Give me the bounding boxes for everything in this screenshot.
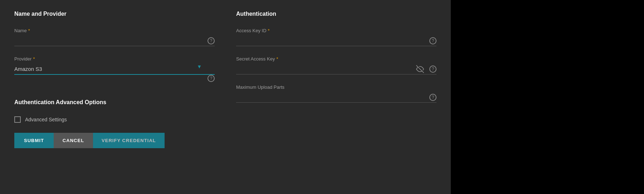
access-key-id-input-wrapper: ?: [236, 35, 436, 46]
provider-help-icon[interactable]: ?: [208, 75, 215, 82]
verify-credential-button[interactable]: VERIFY CREDENTIAL: [93, 133, 165, 148]
access-key-id-field-group: Access Key ID * ?: [236, 28, 436, 46]
max-upload-parts-field-group: Maximum Upload Parts ?: [236, 84, 436, 103]
secret-access-key-input-wrapper: ?: [236, 64, 436, 74]
provider-select[interactable]: Amazon S3 Azure Blob Google Cloud Storag…: [14, 64, 215, 75]
secret-access-key-input[interactable]: [236, 64, 436, 74]
max-upload-parts-help-icon[interactable]: ?: [429, 94, 436, 101]
name-input[interactable]: [14, 35, 215, 46]
advanced-checkbox-row: Advanced Settings: [14, 116, 215, 123]
submit-button[interactable]: SUBMIT: [14, 133, 54, 148]
access-key-id-input[interactable]: [236, 35, 436, 46]
cancel-button[interactable]: CANCEL: [54, 133, 93, 148]
toggle-password-visibility-icon[interactable]: [416, 65, 424, 73]
authentication-title: Authentication: [236, 11, 436, 17]
access-key-id-label-text: Access Key ID: [236, 28, 267, 33]
name-field-group: Name * ?: [14, 28, 215, 46]
auth-advanced-title: Authentication Advanced Options: [14, 99, 215, 106]
name-label-text: Name: [14, 28, 27, 33]
provider-field-group: Provider * Amazon S3 Azure Blob Google C…: [14, 56, 215, 75]
secret-access-key-field-group: Secret Access Key *: [236, 56, 436, 74]
access-key-id-required-star: *: [268, 28, 270, 33]
provider-required-star: *: [33, 56, 35, 62]
max-upload-parts-input[interactable]: [236, 92, 436, 103]
name-provider-title: Name and Provider: [14, 11, 215, 17]
name-required-star: *: [28, 28, 30, 33]
main-form: Name and Provider Name * ? Provider: [0, 0, 451, 194]
secret-access-key-help-icon[interactable]: ?: [429, 66, 436, 73]
access-key-id-field-label: Access Key ID *: [236, 28, 436, 33]
name-provider-column: Name and Provider Name * ? Provider: [14, 11, 215, 183]
name-input-wrapper: ?: [14, 35, 215, 46]
advanced-settings-label[interactable]: Advanced Settings: [25, 117, 67, 122]
authentication-column: Authentication Access Key ID * ? Secret …: [236, 11, 436, 183]
name-field-label: Name *: [14, 28, 215, 33]
provider-label-text: Provider: [14, 56, 31, 62]
access-key-id-help-icon[interactable]: ?: [429, 37, 436, 44]
form-columns: Name and Provider Name * ? Provider: [14, 11, 436, 183]
secret-access-key-label-text: Secret Access Key: [236, 56, 275, 62]
provider-field-label: Provider *: [14, 56, 215, 62]
auth-advanced-section: Authentication Advanced Options Advanced…: [14, 93, 215, 123]
provider-wrapper: Amazon S3 Azure Blob Google Cloud Storag…: [14, 64, 215, 75]
secret-key-actions: ?: [416, 65, 436, 73]
secret-access-key-required-star: *: [276, 56, 278, 62]
secret-access-key-field-label: Secret Access Key *: [236, 56, 436, 62]
max-upload-parts-field-label: Maximum Upload Parts: [236, 84, 436, 90]
max-upload-parts-input-wrapper: ?: [236, 92, 436, 103]
name-help-icon[interactable]: ?: [208, 37, 215, 44]
advanced-settings-checkbox[interactable]: [14, 116, 21, 123]
right-panel: [451, 0, 644, 194]
buttons-row: SUBMIT CANCEL VERIFY CREDENTIAL: [14, 133, 215, 148]
max-upload-parts-label-text: Maximum Upload Parts: [236, 84, 284, 90]
